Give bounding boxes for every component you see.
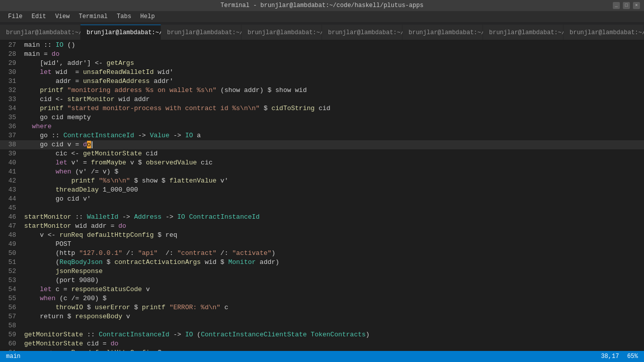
line-num-39: 39	[0, 149, 21, 158]
menu-bar: File Edit View Terminal Tabs Help	[0, 11, 644, 22]
line-content-51: (ReqBodyJson $ contractActivationArgs wi…	[21, 258, 644, 267]
line-content-57: return $ responseBody v	[21, 312, 644, 321]
line-content-58	[21, 321, 644, 330]
menu-view[interactable]: View	[51, 12, 74, 21]
code-line-43: 43 threadDelay 1_000_000	[0, 186, 644, 195]
status-position: 38,17	[601, 353, 619, 360]
code-line-60: 60 getMonitorState cid = do	[0, 339, 644, 348]
line-content-41: when (v' /= v) $	[21, 167, 644, 176]
code-line-33: 33 cid <- startMonitor wid addr	[0, 95, 644, 104]
line-num-60: 60	[0, 339, 21, 348]
tab-8[interactable]: brunjlar@lambdabat:~/co... ✕	[564, 25, 644, 40]
status-branch: main	[6, 353, 21, 360]
line-content-52: jsonResponse	[21, 267, 644, 276]
line-content-40: let v' = fromMaybe v $ observedValue cic	[21, 158, 644, 167]
code-line-52: 52 jsonResponse	[0, 267, 644, 276]
line-num-43: 43	[0, 186, 21, 195]
title-text: Terminal - brunjlar@lambdabat:~/code/has…	[220, 2, 423, 9]
tab-8-label: brunjlar@lambdabat:~/co...	[570, 29, 644, 36]
line-content-28: main = do	[21, 50, 644, 59]
code-line-39: 39 cic <- getMonitorState cid	[0, 149, 644, 158]
line-num-45: 45	[0, 204, 21, 213]
line-content-54: let c = responseStatusCode v	[21, 285, 644, 294]
code-line-35: 35 go cid mempty	[0, 113, 644, 122]
line-num-57: 57	[0, 312, 21, 321]
line-num-38: 38	[0, 140, 21, 149]
line-content-44: go cid v'	[21, 195, 644, 204]
minimize-button[interactable]: _	[613, 2, 620, 9]
line-content-42: printf "%s\n\n" $ show $ flattenValue v'	[21, 176, 644, 186]
code-line-40: 40 let v' = fromMaybe v $ observedValue …	[0, 158, 644, 167]
line-content-56: throwIO $ userError $ printf "ERROR: %d\…	[21, 303, 644, 312]
line-num-27: 27	[0, 41, 21, 50]
editor-area: 27 main :: IO () 28 main = do 29 [wid', …	[0, 40, 644, 351]
code-line-49: 49 POST	[0, 240, 644, 249]
code-line-44: 44 go cid v'	[0, 195, 644, 204]
line-content-48: v <- runReq defaultHttpConfig $ req	[21, 231, 644, 240]
line-content-38: go cid v = do	[21, 140, 644, 149]
code-line-53: 53 (port 9080)	[0, 276, 644, 285]
title-bar: Terminal - brunjlar@lambdabat:~/code/has…	[0, 0, 644, 11]
code-line-31: 31 addr = unsafeReadAddress addr'	[0, 77, 644, 86]
line-num-28: 28	[0, 50, 21, 59]
maximize-button[interactable]: □	[623, 2, 630, 9]
line-num-58: 58	[0, 321, 21, 330]
line-content-55: when (c /= 200) $	[21, 294, 644, 303]
code-line-27: 27 main :: IO ()	[0, 41, 644, 50]
code-line-42: 42 printf "%s\n\n" $ show $ flattenValue…	[0, 176, 644, 186]
line-content-33: cid <- startMonitor wid addr	[21, 95, 644, 104]
window-controls[interactable]: _ □ ×	[613, 2, 640, 9]
tab-7[interactable]: brunjlar@lambdabat:~/co... ✕	[483, 25, 564, 40]
line-num-29: 29	[0, 59, 21, 68]
line-content-47: startMonitor wid addr = do	[21, 222, 644, 231]
line-content-34: printf "started monitor-process with con…	[21, 104, 644, 113]
status-bar: main 38,17 65%	[0, 351, 644, 362]
tab-1[interactable]: brunjlar@lambdabat:~/co... ✕	[0, 25, 80, 40]
line-content-32: printf "monitoring address %s on wallet …	[21, 86, 644, 95]
tabs-bar: brunjlar@lambdabat:~/co... ✕ brunjlar@la…	[0, 22, 644, 40]
line-num-37: 37	[0, 131, 21, 140]
line-content-45	[21, 204, 644, 213]
code-line-41: 41 when (v' /= v) $	[0, 167, 644, 176]
line-num-46: 46	[0, 213, 21, 222]
tab-3[interactable]: brunjlar@lambdabat:~/co... ✕	[161, 25, 242, 40]
code-line-38: 38 go cid v = do	[0, 140, 644, 149]
line-content-31: addr = unsafeReadAddress addr'	[21, 77, 644, 86]
code-line-57: 57 return $ responseBody v	[0, 312, 644, 321]
close-button[interactable]: ×	[633, 2, 640, 9]
code-line-59: 59 getMonitorState :: ContractInstanceId…	[0, 330, 644, 339]
menu-edit[interactable]: Edit	[28, 12, 50, 21]
line-num-35: 35	[0, 113, 21, 122]
code-line-34: 34 printf "started monitor-process with …	[0, 104, 644, 113]
menu-file[interactable]: File	[4, 12, 27, 21]
line-num-52: 52	[0, 267, 21, 276]
line-num-32: 32	[0, 86, 21, 95]
status-right: 38,17 65%	[601, 353, 638, 360]
tab-6[interactable]: brunjlar@lambdabat:~/co... ✕	[403, 25, 483, 40]
line-content-46: startMonitor :: WalletId -> Address -> I…	[21, 213, 644, 222]
tab-2[interactable]: brunjlar@lambdabat:~/co... ✕	[80, 25, 161, 40]
tab-4[interactable]: brunjlar@lambdabat:~/co... ✕	[242, 25, 322, 40]
code-line-28: 28 main = do	[0, 50, 644, 59]
editor-content[interactable]: 27 main :: IO () 28 main = do 29 [wid', …	[0, 40, 644, 351]
tab-5[interactable]: brunjlar@lambdabat:~/co... ✕	[322, 25, 403, 40]
code-line-56: 56 throwIO $ userError $ printf "ERROR: …	[0, 303, 644, 312]
line-num-40: 40	[0, 158, 21, 167]
code-line-47: 47 startMonitor wid addr = do	[0, 222, 644, 231]
menu-help[interactable]: Help	[136, 12, 159, 21]
code-line-36: 36 where	[0, 122, 644, 131]
line-num-34: 34	[0, 104, 21, 113]
line-content-29: [wid', addr'] <- getArgs	[21, 59, 644, 68]
line-content-37: go :: ContractInstanceId -> Value -> IO …	[21, 131, 644, 140]
menu-terminal[interactable]: Terminal	[74, 12, 112, 21]
menu-tabs[interactable]: Tabs	[113, 12, 135, 21]
line-content-35: go cid mempty	[21, 113, 644, 122]
line-content-27: main :: IO ()	[21, 41, 644, 50]
code-line-58: 58	[0, 321, 644, 330]
code-line-51: 51 (ReqBodyJson $ contractActivationArgs…	[0, 258, 644, 267]
line-num-55: 55	[0, 294, 21, 303]
code-line-54: 54 let c = responseStatusCode v	[0, 285, 644, 294]
code-line-37: 37 go :: ContractInstanceId -> Value -> …	[0, 131, 644, 140]
line-content-30: let wid = unsafeReadWalletId wid'	[21, 68, 644, 77]
code-line-48: 48 v <- runReq defaultHttpConfig $ req	[0, 231, 644, 240]
